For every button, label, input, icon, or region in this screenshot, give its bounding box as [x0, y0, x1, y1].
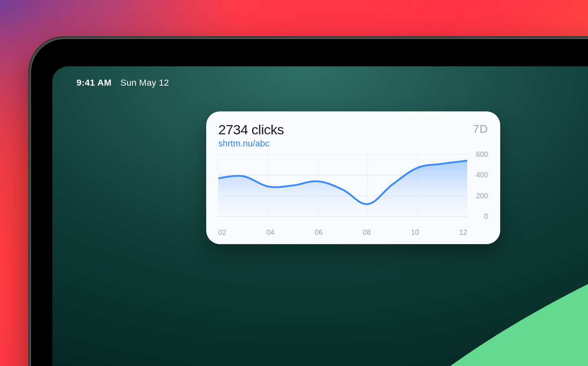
chart-svg: [218, 154, 467, 226]
x-tick-label: 04: [267, 228, 275, 237]
x-tick-label: 10: [411, 228, 419, 237]
y-tick-label: 0: [484, 212, 488, 221]
y-tick-label: 400: [476, 171, 488, 179]
x-tick-label: 08: [363, 228, 371, 237]
x-tick-label: 12: [459, 228, 467, 237]
status-time: 9:41 AM: [77, 78, 112, 88]
chart: 0200400600: [218, 154, 488, 226]
y-tick-label: 200: [476, 191, 488, 200]
tablet-device-frame: 9:41 AM Sun May 12 2734 clicks shrtm.nu/…: [28, 36, 588, 366]
tablet-screen: 9:41 AM Sun May 12 2734 clicks shrtm.nu/…: [52, 66, 588, 366]
status-date: Sun May 12: [120, 78, 169, 88]
widget-header: 2734 clicks shrtm.nu/abc 7D: [218, 122, 488, 149]
widget-short-link[interactable]: shrtm.nu/abc: [218, 138, 269, 149]
widget-title: 2734 clicks: [218, 122, 284, 138]
chart-plot: [218, 154, 467, 226]
x-tick-label: 06: [315, 228, 323, 237]
chart-y-axis: 0200400600: [467, 154, 488, 226]
widget-range-badge: 7D: [473, 123, 488, 136]
chart-x-axis: 020406081012: [218, 228, 488, 237]
x-tick-label: 02: [218, 228, 226, 237]
y-tick-label: 600: [476, 150, 488, 159]
status-bar: 9:41 AM Sun May 12: [77, 78, 169, 88]
clicks-widget[interactable]: 2734 clicks shrtm.nu/abc 7D 0200400600 0…: [206, 111, 500, 244]
